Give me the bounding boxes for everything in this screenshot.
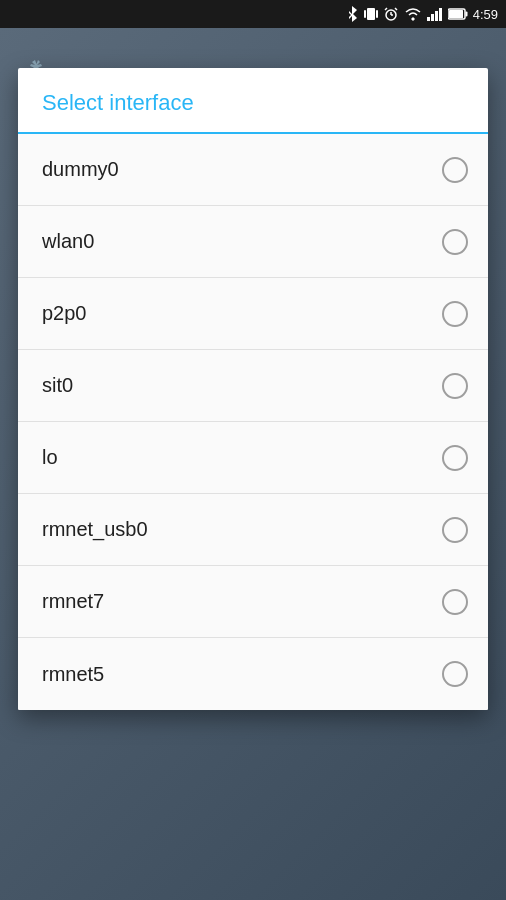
wifi-icon xyxy=(404,7,422,21)
list-item-label: dummy0 xyxy=(42,158,119,181)
list-item-label: wlan0 xyxy=(42,230,94,253)
list-item[interactable]: rmnet_usb0 xyxy=(18,494,488,566)
svg-rect-2 xyxy=(376,10,378,18)
battery-icon xyxy=(448,8,468,20)
list-item-label: rmnet7 xyxy=(42,590,104,613)
alarm-icon xyxy=(383,6,399,22)
list-item-label: rmnet5 xyxy=(42,663,104,686)
list-item[interactable]: rmnet5 xyxy=(18,638,488,710)
radio-button[interactable] xyxy=(442,589,468,615)
radio-button[interactable] xyxy=(442,373,468,399)
radio-button[interactable] xyxy=(442,445,468,471)
list-item-label: p2p0 xyxy=(42,302,87,325)
dialog-overlay: Select interface dummy0 wlan0 p2p0 sit0 xyxy=(0,28,506,900)
svg-rect-10 xyxy=(435,11,438,21)
svg-rect-11 xyxy=(439,8,442,21)
list-item[interactable]: wlan0 xyxy=(18,206,488,278)
radio-button[interactable] xyxy=(442,517,468,543)
status-bar: 4:59 xyxy=(0,0,506,28)
select-interface-dialog: Select interface dummy0 wlan0 p2p0 sit0 xyxy=(18,68,488,710)
signal-icon xyxy=(427,7,443,21)
svg-line-6 xyxy=(385,8,387,10)
list-item-label: lo xyxy=(42,446,58,469)
radio-button[interactable] xyxy=(442,661,468,687)
status-time: 4:59 xyxy=(473,7,498,22)
svg-rect-8 xyxy=(427,17,430,21)
svg-rect-1 xyxy=(364,10,366,18)
list-item-label: sit0 xyxy=(42,374,73,397)
svg-rect-9 xyxy=(431,14,434,21)
radio-button[interactable] xyxy=(442,301,468,327)
list-item[interactable]: rmnet7 xyxy=(18,566,488,638)
interface-list: dummy0 wlan0 p2p0 sit0 lo rmnet_usb0 xyxy=(18,134,488,710)
list-item[interactable]: dummy0 xyxy=(18,134,488,206)
svg-rect-13 xyxy=(465,12,467,17)
svg-rect-14 xyxy=(449,10,463,18)
radio-button[interactable] xyxy=(442,157,468,183)
bluetooth-icon xyxy=(345,6,359,22)
svg-rect-0 xyxy=(367,8,375,20)
status-icons: 4:59 xyxy=(345,6,498,22)
list-item[interactable]: sit0 xyxy=(18,350,488,422)
radio-button[interactable] xyxy=(442,229,468,255)
list-item[interactable]: p2p0 xyxy=(18,278,488,350)
dialog-title: Select interface xyxy=(42,90,194,115)
list-item[interactable]: lo xyxy=(18,422,488,494)
list-item-label: rmnet_usb0 xyxy=(42,518,148,541)
vibrate-icon xyxy=(364,6,378,22)
svg-line-7 xyxy=(395,8,397,10)
dialog-title-area: Select interface xyxy=(18,68,488,134)
